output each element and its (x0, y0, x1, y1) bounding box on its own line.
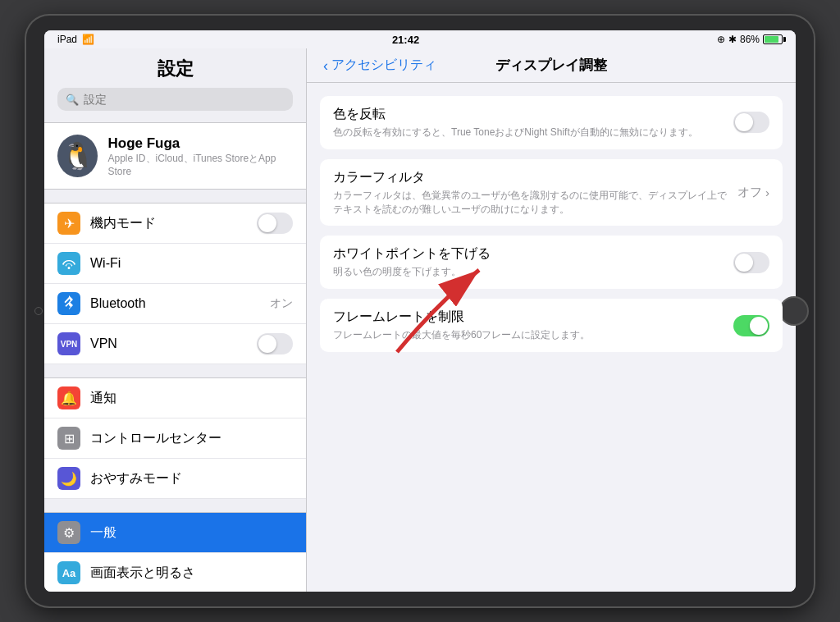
color-filter-subtitle: カラーフィルタは、色覚異常のユーザが色を識別するのに使用可能で、ディスプレイ上で… (333, 189, 728, 217)
battery-icon (763, 34, 783, 44)
sidebar-item-control-center[interactable]: ⊞ コントロールセンター (44, 418, 306, 459)
vpn-toggle[interactable] (257, 333, 293, 354)
sidebar-item-general[interactable]: ⚙ 一般 (44, 512, 306, 553)
color-filter-title: カラーフィルタ (333, 169, 728, 186)
main-title: ディスプレイ調整 (495, 56, 607, 75)
control-center-label: コントロールセンター (90, 430, 293, 447)
general-icon: ⚙ (57, 521, 80, 544)
search-input[interactable] (84, 93, 285, 106)
sidebar-item-bluetooth[interactable]: Bluetooth オン (44, 284, 306, 324)
invert-colors-content: 色を反転 色の反転を有効にすると、True ToneおよびNight Shift… (333, 106, 724, 139)
main-content: ‹ アクセシビリティ ディスプレイ調整 色を反転 色の反転を有効にすると、Tru… (307, 48, 796, 592)
notifications-icon: 🔔 (57, 386, 80, 409)
sidebar-section-2: 🔔 通知 ⊞ コントロールセンター 🌙 おやすみモード (44, 377, 306, 499)
invert-colors-group: 色を反転 色の反転を有効にすると、True ToneおよびNight Shift… (320, 96, 783, 149)
battery-fill (765, 36, 778, 43)
color-filter-row[interactable]: カラーフィルタ カラーフィルタは、色覚異常のユーザが色を識別するのに使用可能で、… (320, 159, 783, 226)
status-right: ⊕ ✱ 86% (717, 34, 783, 45)
status-bar: iPad 📶 21:42 ⊕ ✱ 86% (44, 30, 796, 48)
color-filter-value-text: オフ (737, 185, 762, 200)
main-header: ‹ アクセシビリティ ディスプレイ調整 (307, 48, 796, 83)
sidebar-header: 設定 🔍 (44, 48, 306, 116)
sidebar-item-display[interactable]: Aa 画面表示と明るさ (44, 553, 306, 592)
invert-colors-title: 色を反転 (333, 106, 724, 123)
color-filter-content: カラーフィルタ カラーフィルタは、色覚異常のユーザが色を識別するのに使用可能で、… (333, 169, 728, 217)
location-icon: ⊕ (717, 34, 725, 45)
display-icon: Aa (57, 561, 80, 584)
frame-rate-row: フレームレートを制限 フレームレートの最大値を毎秒60フレームに設定します。 (320, 299, 783, 352)
sidebar-section-3: ⚙ 一般 Aa 画面表示と明るさ ❋ 壁紙 🔊 サウンド (44, 512, 306, 592)
user-info: Hoge Fuga Apple ID、iCloud、iTunes StoreとA… (107, 135, 293, 177)
invert-colors-subtitle: 色の反転を有効にすると、True ToneおよびNight Shiftが自動的に… (333, 126, 724, 139)
display-label: 画面表示と明るさ (90, 565, 293, 582)
user-name: Hoge Fuga (107, 135, 293, 152)
general-label: 一般 (90, 524, 293, 542)
user-subtitle: Apple ID、iCloud、iTunes StoreとApp Store (107, 152, 293, 177)
ipad-label: iPad (57, 34, 77, 45)
airplane-toggle[interactable] (257, 213, 293, 234)
chevron-left-icon: ‹ (323, 58, 328, 73)
status-time: 21:42 (392, 34, 419, 46)
sidebar-item-notifications[interactable]: 🔔 通知 (44, 377, 306, 418)
sidebar-item-wifi[interactable]: Wi-Fi (44, 244, 306, 284)
frame-rate-subtitle: フレームレートの最大値を毎秒60フレームに設定します。 (333, 328, 724, 342)
sidebar: 設定 🔍 🐧 Hoge Fuga Apple ID、iCloud、iTunes … (44, 48, 307, 592)
do-not-disturb-icon: 🌙 (57, 467, 80, 490)
sidebar-item-do-not-disturb[interactable]: 🌙 おやすみモード (44, 459, 306, 499)
color-filter-group: カラーフィルタ カラーフィルタは、色覚異常のユーザが色を識別するのに使用可能で、… (320, 159, 783, 226)
vpn-label: VPN (90, 336, 247, 351)
wifi-icon (57, 252, 80, 275)
do-not-disturb-label: おやすみモード (90, 470, 293, 487)
user-profile[interactable]: 🐧 Hoge Fuga Apple ID、iCloud、iTunes Store… (44, 122, 306, 190)
avatar: 🐧 (57, 135, 98, 177)
bluetooth-value: オン (270, 296, 293, 311)
bluetooth-label: Bluetooth (90, 296, 260, 311)
status-left: iPad 📶 (57, 34, 94, 45)
ipad-screen: iPad 📶 21:42 ⊕ ✱ 86% 設定 🔍 (44, 30, 796, 592)
wifi-status-icon: 📶 (82, 34, 94, 45)
white-point-subtitle: 明るい色の明度を下げます。 (333, 265, 724, 279)
search-bar[interactable]: 🔍 (57, 88, 293, 111)
frame-rate-group: フレームレートを制限 フレームレートの最大値を毎秒60フレームに設定します。 (320, 299, 783, 352)
control-center-icon: ⊞ (57, 427, 80, 450)
sidebar-title: 設定 (57, 57, 293, 81)
content-area: 設定 🔍 🐧 Hoge Fuga Apple ID、iCloud、iTunes … (44, 48, 796, 592)
white-point-content: ホワイトポイントを下げる 明るい色の明度を下げます。 (333, 245, 724, 279)
battery-percent: 86% (740, 34, 760, 45)
ipad-frame: iPad 📶 21:42 ⊕ ✱ 86% 設定 🔍 (26, 16, 814, 606)
camera-dot (34, 307, 43, 315)
white-point-toggle[interactable] (733, 252, 769, 273)
sidebar-item-airplane[interactable]: ✈ 機内モード (44, 203, 306, 244)
back-button[interactable]: ‹ アクセシビリティ (323, 57, 436, 74)
bluetooth-icon (57, 292, 80, 315)
airplane-icon: ✈ (57, 212, 80, 235)
invert-colors-toggle[interactable] (733, 112, 769, 133)
avatar-icon: 🐧 (62, 143, 94, 169)
invert-colors-row: 色を反転 色の反転を有効にすると、True ToneおよびNight Shift… (320, 96, 783, 149)
frame-rate-toggle[interactable] (733, 315, 769, 336)
airplane-label: 機内モード (90, 215, 247, 232)
frame-rate-title: フレームレートを制限 (333, 309, 724, 326)
notifications-label: 通知 (90, 390, 293, 407)
frame-rate-content: フレームレートを制限 フレームレートの最大値を毎秒60フレームに設定します。 (333, 309, 724, 342)
white-point-group: ホワイトポイントを下げる 明るい色の明度を下げます。 (320, 236, 783, 289)
bluetooth-status-icon: ✱ (728, 34, 737, 45)
color-filter-value: オフ › (737, 185, 769, 200)
search-icon: 🔍 (66, 94, 79, 106)
back-label: アクセシビリティ (331, 57, 436, 74)
white-point-title: ホワイトポイントを下げる (333, 245, 724, 263)
white-point-row: ホワイトポイントを下げる 明るい色の明度を下げます。 (320, 236, 783, 289)
chevron-right-icon: › (765, 185, 769, 199)
wifi-label: Wi-Fi (90, 256, 293, 271)
sidebar-item-vpn[interactable]: VPN VPN (44, 324, 306, 364)
sidebar-section-1: ✈ 機内モード Wi-Fi (44, 203, 306, 364)
home-button[interactable] (779, 296, 809, 326)
vpn-icon: VPN (57, 332, 80, 355)
